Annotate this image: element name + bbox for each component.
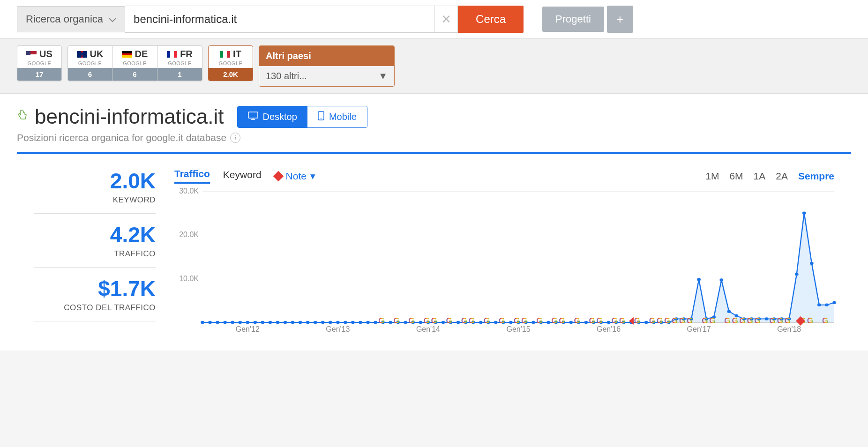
stat-traffic-cost: $1.7K COSTO DEL TRAFFICO: [34, 268, 156, 321]
svg-point-86: [825, 303, 829, 306]
chevron-down-icon: [109, 13, 116, 25]
google-update-icon[interactable]: G: [755, 316, 764, 326]
country-tabs-strip: USGOOGLE 17 UKGOOGLE 6 DEGOOGLE 6 FRGOOG…: [0, 39, 868, 94]
country-tab-us[interactable]: USGOOGLE 17: [17, 45, 62, 81]
svg-point-42: [494, 321, 498, 324]
device-desktop-label: Desktop: [263, 112, 297, 122]
google-update-icon[interactable]: G: [484, 316, 493, 326]
google-update-icon[interactable]: G: [408, 316, 418, 326]
svg-point-54: [584, 321, 588, 324]
chart-tab-traffic[interactable]: Traffico: [174, 168, 210, 184]
stat-label: KEYWORD: [34, 195, 156, 205]
country-tab-group: UKGOOGLE 6 DEGOOGLE 6 FRGOOGLE 1: [67, 45, 202, 81]
svg-point-14: [284, 321, 287, 324]
traffic-chart[interactable]: 10.0K20.0K30.0K GGGGGGGGGGGGGGGGGGGGGGGG…: [174, 191, 834, 336]
chart-note-dropdown[interactable]: Note ▾: [275, 171, 315, 182]
search-type-label: Ricerca organica: [26, 13, 103, 25]
svg-point-28: [389, 321, 392, 324]
country-count: 1: [157, 68, 202, 81]
svg-point-30: [404, 321, 407, 324]
google-update-icon[interactable]: G: [469, 316, 478, 326]
x-tick-label: Gen'14: [416, 325, 440, 334]
google-update-icon[interactable]: G: [619, 316, 629, 326]
other-countries-dropdown[interactable]: 130 altri... ▼: [259, 66, 394, 86]
caret-down-icon: ▾: [310, 171, 315, 182]
svg-point-9: [246, 321, 249, 324]
google-update-icon[interactable]: G: [393, 316, 403, 326]
device-mobile-label: Mobile: [329, 112, 357, 122]
flag-de-icon: [122, 51, 132, 58]
other-countries-selected: 130 altri...: [266, 71, 307, 82]
country-code: FR: [180, 49, 193, 60]
google-update-icon[interactable]: G: [634, 316, 644, 326]
country-count: 17: [17, 68, 61, 81]
chart-range-1M[interactable]: 1M: [705, 171, 719, 182]
country-code: DE: [135, 49, 148, 60]
chart-x-axis: Gen'12Gen'13Gen'14Gen'15Gen'16Gen'17Gen'…: [202, 325, 834, 336]
country-code: US: [39, 49, 52, 60]
svg-point-47: [531, 321, 535, 324]
main-header: bencini-informatica.it Desktop Mobile: [17, 105, 851, 128]
svg-point-84: [810, 262, 814, 265]
google-update-icon[interactable]: G: [446, 316, 456, 326]
google-update-icon[interactable]: G: [687, 316, 696, 326]
stat-keyword: 2.0K KEYWORD: [34, 168, 156, 214]
chart-range-2A[interactable]: 2A: [776, 171, 788, 182]
google-update-icon[interactable]: G: [597, 316, 606, 326]
subtitle-row: Posizioni ricerca organica for google.it…: [17, 132, 851, 143]
chart-tab-keyword[interactable]: Keyword: [223, 169, 262, 183]
google-update-icon[interactable]: G: [521, 316, 531, 326]
chart-range-Sempre[interactable]: Sempre: [798, 171, 834, 182]
chart-range-6M[interactable]: 6M: [729, 171, 743, 182]
country-count: 2.0K: [209, 68, 253, 81]
stat-label: TRAFFICO: [34, 249, 156, 259]
device-desktop-tab[interactable]: Desktop: [238, 106, 307, 127]
stat-label: COSTO DEL TRAFFICO: [34, 303, 156, 313]
add-project-button[interactable]: +: [607, 6, 633, 33]
chart-note-label: Note: [286, 171, 307, 182]
country-tab-de[interactable]: DEGOOGLE 6: [112, 45, 157, 81]
svg-point-83: [802, 211, 806, 214]
google-update-icon[interactable]: G: [559, 316, 568, 326]
info-icon[interactable]: i: [230, 133, 240, 143]
google-update-icon[interactable]: G: [822, 316, 831, 326]
google-update-icon[interactable]: G: [499, 316, 508, 326]
country-tab-fr[interactable]: FRGOOGLE 1: [157, 45, 202, 81]
google-update-icon[interactable]: G: [431, 316, 440, 326]
arrow-marker-icon[interactable]: [629, 317, 634, 325]
svg-point-7: [231, 321, 234, 324]
svg-point-4: [208, 321, 212, 324]
page-title: bencini-informatica.it: [35, 105, 224, 128]
main-panel: bencini-informatica.it Desktop Mobile Po…: [0, 94, 868, 350]
chart-range-1A[interactable]: 1A: [754, 171, 766, 182]
google-update-icon[interactable]: G: [536, 316, 546, 326]
svg-point-25: [366, 321, 370, 324]
svg-point-8: [238, 321, 242, 324]
google-update-icon[interactable]: G: [709, 316, 718, 326]
y-tick-label: 20.0K: [179, 231, 199, 239]
x-tick-label: Gen'13: [326, 325, 350, 334]
google-update-icon[interactable]: G: [807, 316, 816, 326]
country-tab-it-active[interactable]: ITGOOGLE 2.0K: [208, 45, 253, 81]
stat-value: 4.2K: [34, 222, 156, 247]
google-update-icon[interactable]: G: [574, 316, 583, 326]
flag-fr-icon: [167, 51, 177, 58]
search-input[interactable]: [125, 6, 434, 33]
svg-point-10: [253, 321, 257, 324]
svg-point-23: [351, 321, 355, 324]
chart-plot-area: GGGGGGGGGGGGGGGGGGGGGGGGGGGGGGGGGGGGGGGG: [202, 191, 834, 322]
search-button[interactable]: Cerca: [458, 6, 524, 33]
google-update-icon[interactable]: G: [378, 316, 388, 326]
mobile-icon: [318, 111, 324, 123]
google-update-icon[interactable]: G: [785, 316, 794, 326]
country-tab-uk[interactable]: UKGOOGLE 6: [67, 45, 112, 81]
x-tick-label: Gen'18: [777, 325, 801, 334]
country-engine: GOOGLE: [78, 60, 102, 66]
projects-button[interactable]: Progetti: [542, 7, 604, 32]
search-type-dropdown[interactable]: Ricerca organica: [17, 6, 125, 32]
device-mobile-tab[interactable]: Mobile: [307, 106, 367, 127]
svg-point-18: [314, 321, 317, 324]
clear-input-button[interactable]: ✕: [434, 6, 458, 33]
svg-point-26: [374, 321, 377, 324]
svg-rect-0: [248, 112, 258, 118]
